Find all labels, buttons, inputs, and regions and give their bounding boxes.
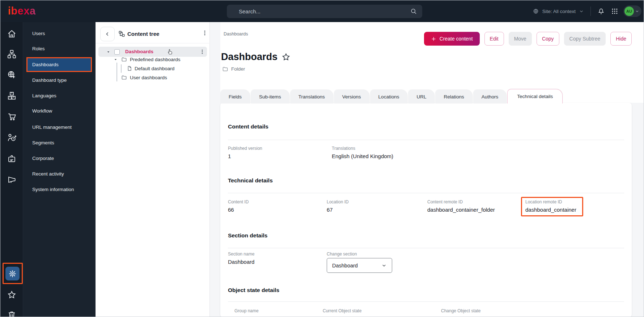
tree-label-predefined-dashboards[interactable]: Predefined dashboards	[130, 57, 181, 62]
field-content-id: Content ID 66	[228, 199, 249, 213]
corporate-icon[interactable]	[7, 154, 17, 164]
search-icon[interactable]	[410, 8, 418, 15]
breadcrumb[interactable]: Dashboards	[224, 31, 248, 37]
object-state-col-current: Current Object state	[323, 308, 361, 313]
content-type-label: Folder	[231, 66, 245, 72]
menu-item-languages[interactable]: Languages	[23, 90, 96, 102]
menu-item-dashboard-type[interactable]: Dashboard type	[23, 74, 96, 86]
field-location-id: Location ID 67	[327, 199, 349, 213]
globe-icon	[533, 8, 539, 14]
annotation-box-location-remote-id	[521, 197, 583, 216]
divider	[228, 301, 624, 302]
change-section-dropdown[interactable]: Dashboard	[327, 258, 392, 273]
grid-icon	[611, 8, 618, 15]
menu-item-corporate[interactable]: Corporate	[23, 152, 96, 165]
avatar: AU	[624, 7, 634, 16]
folder-icon	[121, 75, 127, 80]
file-icon	[127, 65, 132, 71]
cursor-pointer-icon	[166, 48, 174, 55]
technical-details-card: Content details Published version 1 Tran…	[220, 103, 632, 317]
caret-down-icon[interactable]	[106, 50, 110, 54]
move-button[interactable]: Move	[509, 32, 532, 46]
site-context-selector[interactable]: Site: All context	[533, 8, 584, 14]
menu-item-segments[interactable]: Segments	[23, 137, 96, 149]
marketing-icon[interactable]	[7, 175, 17, 185]
product-catalog-icon[interactable]	[7, 91, 17, 101]
annotation-box-dashboards-menu	[26, 57, 92, 72]
topbar-right-cluster: Site: All context AU	[533, 0, 641, 22]
notifications-button[interactable]	[597, 8, 605, 15]
plus-icon	[431, 36, 436, 42]
tab-sub-items[interactable]: Sub-items	[251, 90, 289, 103]
home-icon[interactable]	[7, 29, 17, 39]
tab-technical-details[interactable]: Technical details	[507, 89, 563, 103]
menu-item-users[interactable]: Users	[23, 28, 96, 40]
collapse-tree-button[interactable]	[100, 27, 115, 41]
divider	[228, 140, 624, 140]
tree-label-dashboards[interactable]: Dashboards	[125, 49, 153, 54]
top-bar: ibexa Site: All context	[0, 0, 644, 22]
personalization-icon[interactable]	[7, 133, 17, 143]
content-structure-icon[interactable]	[7, 49, 17, 59]
tree-label-default-dashboard[interactable]: Default dashboard	[135, 66, 174, 71]
row-options-kebab-icon[interactable]	[200, 49, 205, 54]
annotation-box-settings	[3, 263, 23, 284]
divider	[96, 43, 210, 43]
ibexa-admin-screen: ibexa Site: All context	[0, 0, 644, 317]
menu-item-recent-activity[interactable]: Recent activity	[23, 168, 96, 180]
tab-relations[interactable]: Relations	[435, 90, 472, 103]
global-search	[227, 5, 422, 18]
content-tree-icon	[118, 30, 125, 37]
section-heading-object-state: Object state details	[228, 287, 279, 293]
trash-icon[interactable]	[7, 310, 17, 317]
site-icon[interactable]	[7, 70, 17, 80]
copy-subtree-button[interactable]: Copy Subtree	[564, 32, 606, 46]
user-menu[interactable]: AU	[623, 5, 641, 17]
field-published-version: Published version 1	[228, 146, 262, 159]
tree-checkbox-dashboards[interactable]	[114, 49, 120, 55]
folder-icon	[222, 66, 228, 72]
menu-item-url-management[interactable]: URL management	[23, 121, 96, 134]
tree-label-user-dashboards[interactable]: User dashboards	[130, 75, 167, 80]
divider	[228, 193, 624, 193]
tab-fields[interactable]: Fields	[220, 90, 250, 103]
menu-item-roles[interactable]: Roles	[23, 43, 96, 55]
chevron-left-icon	[105, 31, 110, 37]
bookmarks-icon[interactable]	[7, 290, 17, 300]
create-content-button[interactable]: Create content	[424, 32, 480, 46]
page-title: Dashboards	[221, 51, 277, 63]
divider	[228, 248, 624, 248]
content-type-row: Folder	[222, 66, 245, 72]
change-section-label: Change section	[327, 252, 357, 257]
caret-down-icon[interactable]	[114, 58, 118, 62]
section-heading-content-details: Content details	[228, 123, 268, 130]
field-section-name: Section name Dashboard	[228, 252, 254, 265]
tab-url[interactable]: URL	[408, 90, 435, 103]
bookmark-star-icon[interactable]	[281, 52, 291, 62]
app-switcher-button[interactable]	[611, 8, 618, 15]
field-content-remote-id: Content remote ID dashboard_container_fo…	[427, 199, 495, 213]
main-content: Dashboards Dashboards Folder Create cont…	[210, 22, 644, 317]
menu-item-system-information[interactable]: System information	[23, 183, 96, 196]
field-translations: Translations English (United Kingdom)	[332, 146, 393, 159]
tab-translations[interactable]: Translations	[290, 90, 333, 103]
tab-versions[interactable]: Versions	[334, 90, 369, 103]
object-state-col-group-name: Group name	[234, 308, 259, 313]
content-tree-panel: Content tree Dashboards Predefined dashb…	[96, 22, 210, 317]
commerce-icon[interactable]	[7, 112, 17, 122]
ibexa-logo[interactable]: ibexa	[8, 5, 36, 17]
tab-strip: Fields Sub-items Translations Versions L…	[220, 89, 563, 103]
section-heading-section-details: Section details	[228, 232, 267, 239]
icon-rail	[0, 22, 23, 317]
tab-locations[interactable]: Locations	[370, 90, 408, 103]
hide-button[interactable]: Hide	[610, 32, 632, 46]
menu-item-workflow[interactable]: Workflow	[23, 105, 96, 117]
copy-button[interactable]: Copy	[537, 32, 559, 46]
search-input[interactable]	[227, 5, 422, 18]
edit-button[interactable]: Edit	[484, 32, 504, 46]
section-heading-technical-details: Technical details	[228, 177, 273, 184]
tree-options-kebab-icon[interactable]	[202, 30, 208, 36]
object-state-col-change: Change Object state	[441, 308, 480, 313]
tree-guide-line	[121, 64, 122, 73]
tab-authors[interactable]: Authors	[473, 90, 507, 103]
